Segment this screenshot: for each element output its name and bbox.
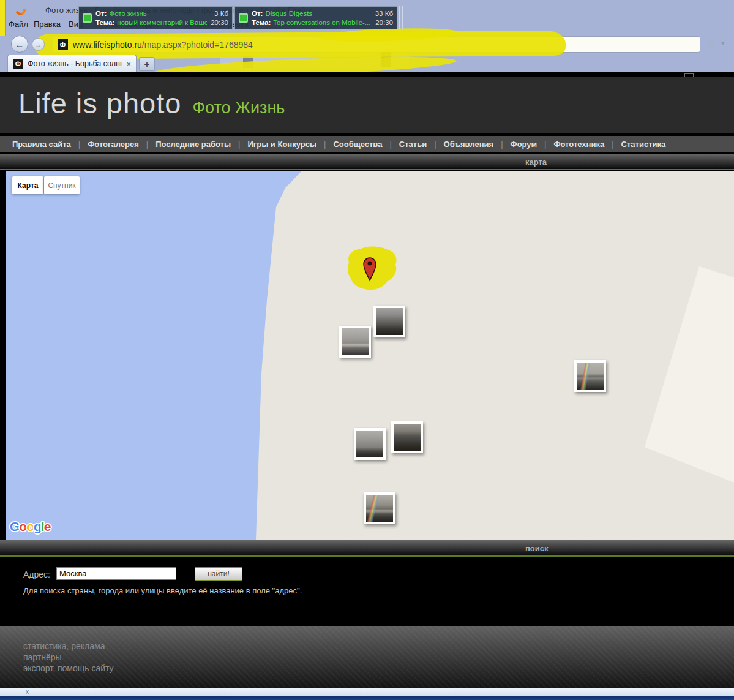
photo-thumbnail-dark-mountains[interactable] bbox=[391, 421, 423, 453]
nav-statistics[interactable]: Статистика bbox=[621, 140, 666, 149]
nav-separator: | bbox=[434, 140, 436, 149]
email-notification-2[interactable]: От: Disqus Digests 33 Кб Тема: Top conve… bbox=[234, 6, 397, 29]
back-button[interactable]: ← bbox=[11, 36, 28, 53]
site-logo-subtitle: Фото Жизнь bbox=[192, 99, 285, 118]
url-text: www.lifeisphoto.ru/map.aspx?photoid=1768… bbox=[73, 40, 253, 50]
map-marker-hole bbox=[368, 262, 372, 266]
nav-separator: | bbox=[612, 140, 613, 149]
taskbar-edge bbox=[0, 696, 734, 700]
new-tab-button[interactable]: + bbox=[139, 57, 155, 71]
mail-time: 20:30 bbox=[375, 18, 393, 27]
search-hint: Для поиска страны, города или улицы введ… bbox=[23, 586, 302, 595]
email-notification-1[interactable]: От: Фото жизнь 3 Кб Тема: новый коммента… bbox=[78, 6, 233, 29]
google-letter: g bbox=[34, 519, 41, 533]
photo-thumbnail-rainbow-village[interactable] bbox=[364, 492, 395, 524]
site-header: Life is photo Фото Жизнь bbox=[0, 77, 734, 133]
google-logo[interactable]: Google bbox=[10, 519, 50, 534]
tab-close-icon[interactable]: × bbox=[126, 59, 131, 69]
nav-rules[interactable]: Правила сайта bbox=[12, 140, 71, 149]
nav-separator: | bbox=[324, 140, 326, 149]
photo-thumbnail-rocky-shore[interactable] bbox=[354, 428, 386, 460]
nav-separator: | bbox=[501, 140, 503, 149]
subject-label: Тема: bbox=[252, 18, 271, 27]
map-land bbox=[256, 171, 734, 540]
tab-title: Фото жизнь - Борьба солнц... bbox=[28, 59, 122, 68]
nav-separator: | bbox=[238, 140, 240, 149]
from-value: Disqus Digests bbox=[265, 9, 371, 18]
map-type-satellite-button[interactable]: Спутник bbox=[44, 176, 80, 194]
map-section-bar: карта bbox=[0, 154, 734, 170]
notification-body: От: Disqus Digests 33 Кб Тема: Top conve… bbox=[252, 9, 393, 27]
nav-photo-equipment[interactable]: Фототехника bbox=[553, 140, 604, 149]
find-toolbar: x bbox=[0, 688, 734, 696]
map-type-map-button[interactable]: Карта bbox=[12, 176, 43, 194]
footer-links: статистика, реклама партнёры экспорт, по… bbox=[23, 641, 114, 674]
search-area: Адрес: найти! Для поиска страны, города … bbox=[0, 557, 734, 626]
nav-separator: | bbox=[78, 140, 80, 149]
site-favicon: Ф bbox=[58, 39, 68, 50]
mail-icon bbox=[239, 13, 248, 23]
nav-communities[interactable]: Сообщества bbox=[333, 140, 382, 149]
address-input[interactable] bbox=[56, 567, 176, 580]
urlbar-dropdown-icon[interactable]: ▾ bbox=[721, 39, 725, 47]
url-path: /map.aspx?photoid=1768984 bbox=[142, 40, 253, 50]
subject-label: Тема: bbox=[95, 18, 114, 27]
nav-latest-works[interactable]: Последние работы bbox=[155, 140, 231, 149]
google-letter: G bbox=[10, 519, 19, 533]
from-label: От: bbox=[95, 9, 107, 18]
google-letter: o bbox=[19, 519, 26, 533]
menu-edit[interactable]: Правка bbox=[34, 20, 61, 29]
nav-forum[interactable]: Форум bbox=[511, 140, 537, 149]
mail-icon bbox=[83, 13, 92, 23]
search-section-bar: поиск bbox=[0, 540, 734, 557]
mail-size: 33 Кб bbox=[375, 9, 393, 18]
site-footer: статистика, реклама партнёры экспорт, по… bbox=[0, 626, 734, 688]
subject-value: новый комментарий к Ваше... bbox=[117, 18, 207, 27]
mail-time: 20:30 bbox=[211, 18, 228, 27]
forward-button[interactable]: → bbox=[32, 38, 45, 51]
nav-articles[interactable]: Статьи bbox=[399, 140, 427, 149]
photo-thumbnail-foggy-fjord[interactable] bbox=[339, 326, 371, 358]
photo-thumbnail-rainbow-bay[interactable] bbox=[574, 360, 606, 392]
tab-favicon: Ф bbox=[13, 59, 23, 69]
nav-games-contests[interactable]: Игры и Конкурсы bbox=[247, 140, 316, 149]
url-domain: www.lifeisphoto.ru bbox=[73, 40, 142, 50]
mail-size: 3 Кб bbox=[214, 9, 228, 18]
address-label: Адрес: bbox=[23, 570, 50, 579]
from-value: Фото жизнь bbox=[109, 9, 211, 18]
bookmark-star-icon[interactable]: ☆ bbox=[705, 36, 716, 51]
google-letter: e bbox=[44, 519, 51, 533]
highlighter-mark-left bbox=[0, 0, 6, 36]
background-window-edge bbox=[399, 6, 403, 29]
site-logo[interactable]: Life is photo bbox=[18, 86, 181, 120]
search-section-label: поиск bbox=[525, 544, 549, 553]
google-letter: o bbox=[26, 519, 34, 533]
map-section-label: карта bbox=[525, 157, 547, 167]
nav-gallery[interactable]: Фотогалерея bbox=[88, 140, 139, 149]
photo-thumbnail-storm-clouds[interactable] bbox=[373, 306, 405, 337]
desktop-screen: Фото жизнь - Борьба солнца и непогоды - … bbox=[0, 0, 734, 700]
url-content: Ф www.lifeisphoto.ru/map.aspx?photoid=17… bbox=[58, 39, 253, 50]
footer-link-export-help[interactable]: экспорт, помощь сайту bbox=[23, 663, 114, 674]
footer-link-partners[interactable]: партнёры bbox=[23, 652, 114, 663]
nav-separator: | bbox=[146, 140, 148, 149]
notification-body: От: Фото жизнь 3 Кб Тема: новый коммента… bbox=[95, 9, 228, 27]
nav-ads[interactable]: Объявления bbox=[444, 140, 494, 149]
tab-photo-map[interactable]: Ф Фото жизнь - Борьба солнц... × bbox=[7, 55, 137, 72]
subject-value: Top conversations on Mobile-... bbox=[273, 18, 372, 27]
site-navigation: Правила сайта | Фотогалерея | Последние … bbox=[0, 136, 734, 152]
firefox-fox-swoosh bbox=[13, 3, 28, 17]
findbar-close-icon[interactable]: x bbox=[26, 688, 29, 695]
page-viewport: × Life is photo Фото Жизнь Правила сайта… bbox=[0, 72, 734, 688]
nav-separator: | bbox=[389, 140, 391, 149]
nav-separator: | bbox=[544, 140, 546, 149]
footer-link-statistics-ads[interactable]: статистика, реклама bbox=[23, 641, 114, 652]
find-button[interactable]: найти! bbox=[195, 567, 242, 581]
google-map[interactable]: Карта Спутник Google bbox=[6, 171, 734, 540]
firefox-icon bbox=[15, 4, 26, 16]
menu-file[interactable]: Файл bbox=[9, 20, 28, 29]
from-label: От: bbox=[252, 9, 263, 18]
